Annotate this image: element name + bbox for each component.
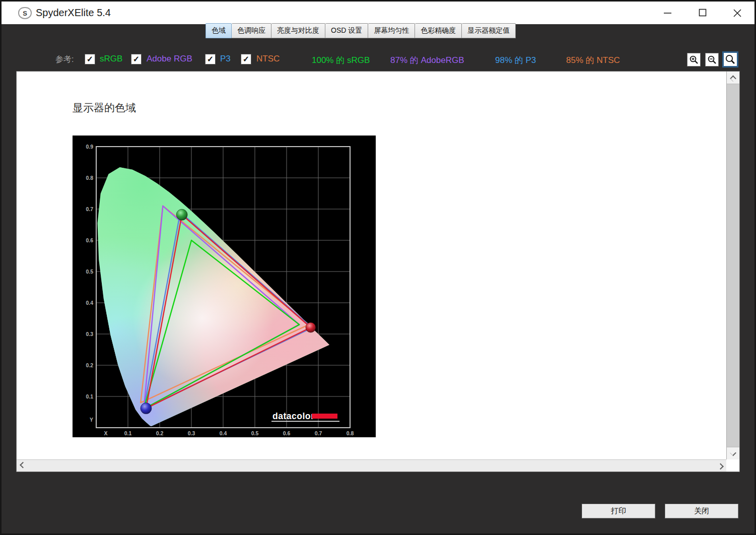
maximize-icon: [699, 9, 707, 17]
y-tick-label: 0.1: [86, 393, 93, 399]
tab-color-accuracy[interactable]: 色彩精确度: [415, 23, 462, 38]
y-tick-label: 0.3: [86, 331, 93, 337]
y-tick-label: 0.5: [86, 269, 93, 275]
vertical-scrollbar[interactable]: [726, 72, 739, 459]
tab-bar: 色域 色调响应 亮度与对比度 OSD 设置 屏幕均匀性 色彩精确度 显示器额定值: [205, 23, 516, 38]
zoom-in-button[interactable]: [687, 53, 701, 66]
window-title: SpyderXElite 5.4: [36, 2, 111, 24]
tab-gamut[interactable]: 色域: [205, 23, 232, 38]
x-tick-label: X: [104, 430, 107, 436]
magnifier-plus-icon: [689, 55, 699, 65]
magnifier-minus-icon: [707, 55, 717, 65]
tab-display-rating[interactable]: 显示器额定值: [462, 23, 516, 38]
scroll-right-button[interactable]: [714, 460, 727, 472]
y-tick-label: Y: [90, 417, 93, 423]
tab-tone-response[interactable]: 色调响应: [232, 23, 271, 38]
chevron-right-icon: [717, 463, 724, 470]
scroll-left-button[interactable]: [17, 460, 29, 472]
primary-marker-blue: [141, 403, 152, 414]
chevron-up-icon: [730, 75, 736, 82]
zoom-fit-button[interactable]: [722, 51, 738, 68]
svg-text:datacolor: datacolor: [272, 411, 314, 421]
y-tick-label: 0.4: [86, 300, 93, 306]
checkbox-adobergb-label: Adobe RGB: [147, 54, 192, 64]
tab-screen-uniformity[interactable]: 屏幕均匀性: [368, 23, 415, 38]
datacolor-logo: datacolor: [271, 411, 339, 422]
x-tick-label: 0.1: [124, 430, 132, 436]
close-button[interactable]: [726, 2, 749, 24]
check-icon: ✓: [243, 55, 249, 63]
x-tick-label: 0.5: [251, 430, 259, 436]
minimize-button[interactable]: [656, 2, 679, 24]
coverage-adobergb: 87% 的 AdobeRGB: [390, 54, 464, 66]
chart-title: 显示器的色域: [73, 101, 136, 115]
magnifier-icon: [725, 54, 736, 65]
close-dialog-button[interactable]: 关闭: [665, 504, 738, 518]
x-tick-label: 0.8: [347, 430, 354, 436]
check-icon: ✓: [87, 55, 93, 63]
content-panel: 显示器的色域 Y0.10.20.30.40.50.60.70.80.9X0.10…: [16, 71, 740, 472]
checkbox-adobergb[interactable]: ✓: [131, 54, 142, 64]
gamut-chart: Y0.10.20.30.40.50.60.70.80.9X0.10.20.30.…: [73, 136, 376, 437]
x-tick-label: 0.6: [283, 430, 291, 436]
horizontal-scrollbar[interactable]: [17, 459, 727, 472]
scroll-up-button[interactable]: [727, 72, 739, 84]
coverage-ntsc: 85% 的 NTSC: [566, 54, 620, 66]
x-tick-label: 0.7: [315, 430, 322, 436]
primary-marker-green: [176, 209, 187, 220]
title-bar: S SpyderXElite 5.4: [2, 2, 754, 24]
app-icon: S: [18, 7, 32, 19]
scrollbar-corner: [726, 459, 739, 472]
reference-label: 参考:: [55, 54, 74, 65]
maximize-button[interactable]: [691, 2, 714, 24]
checkbox-p3[interactable]: ✓: [205, 54, 216, 64]
coverage-srgb: 100% 的 sRGB: [312, 54, 370, 66]
scroll-down-button[interactable]: [727, 447, 739, 459]
checkbox-srgb-label: sRGB: [100, 54, 122, 64]
check-icon: ✓: [207, 55, 214, 63]
app-window: S SpyderXElite 5.4 色域 色调响应 亮度与对比度 OSD 设置…: [0, 0, 756, 535]
minimize-icon: [663, 9, 672, 17]
close-icon: [733, 9, 742, 18]
primary-marker-red: [306, 322, 316, 332]
y-tick-label: 0.2: [86, 362, 93, 368]
tab-brightness-contrast[interactable]: 亮度与对比度: [271, 23, 325, 38]
cie-diagram: Y0.10.20.30.40.50.60.70.80.9X0.10.20.30.…: [73, 136, 376, 437]
chevron-down-icon: [730, 449, 736, 456]
check-icon: ✓: [133, 55, 140, 63]
coverage-p3: 98% 的 P3: [495, 54, 536, 66]
checkbox-ntsc-label: NTSC: [256, 54, 280, 64]
x-tick-label: 0.2: [156, 430, 164, 436]
x-tick-label: 0.3: [188, 430, 195, 436]
checkbox-ntsc[interactable]: ✓: [241, 54, 251, 64]
print-button[interactable]: 打印: [582, 504, 655, 518]
zoom-out-button[interactable]: [705, 53, 719, 66]
y-tick-label: 0.6: [86, 237, 93, 243]
checkbox-srgb[interactable]: ✓: [85, 54, 95, 64]
y-tick-label: 0.8: [86, 175, 93, 181]
chevron-left-icon: [20, 462, 26, 469]
y-tick-label: 0.9: [86, 144, 93, 150]
x-tick-label: 0.4: [220, 430, 227, 436]
vertical-scroll-thumb[interactable]: [727, 84, 739, 447]
tab-osd-settings[interactable]: OSD 设置: [325, 23, 368, 38]
checkbox-p3-label: P3: [220, 54, 231, 64]
y-tick-label: 0.7: [86, 206, 93, 212]
